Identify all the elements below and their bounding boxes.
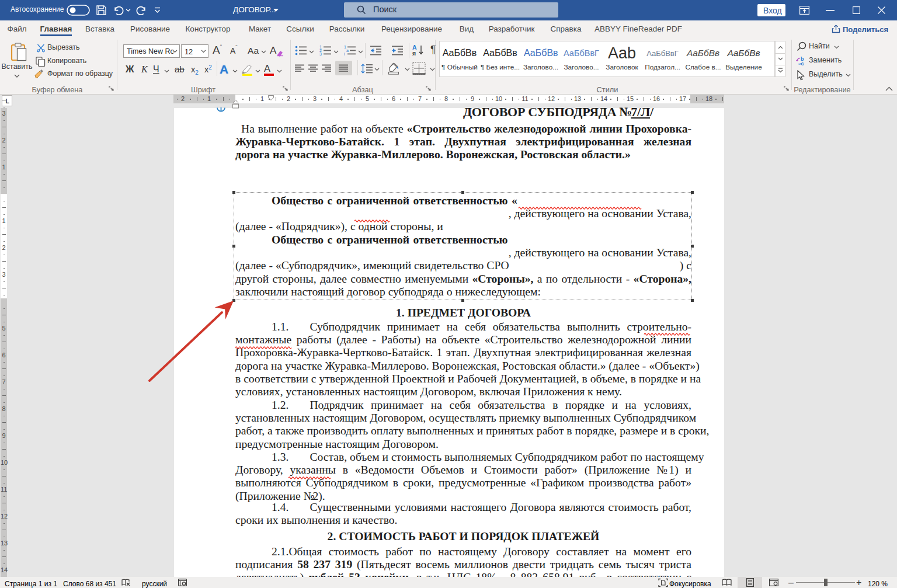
svg-text:3: 3 — [319, 52, 322, 56]
svg-text:i: i — [344, 52, 345, 56]
svg-text:я: я — [412, 50, 416, 57]
svg-text:a: a — [346, 48, 349, 53]
